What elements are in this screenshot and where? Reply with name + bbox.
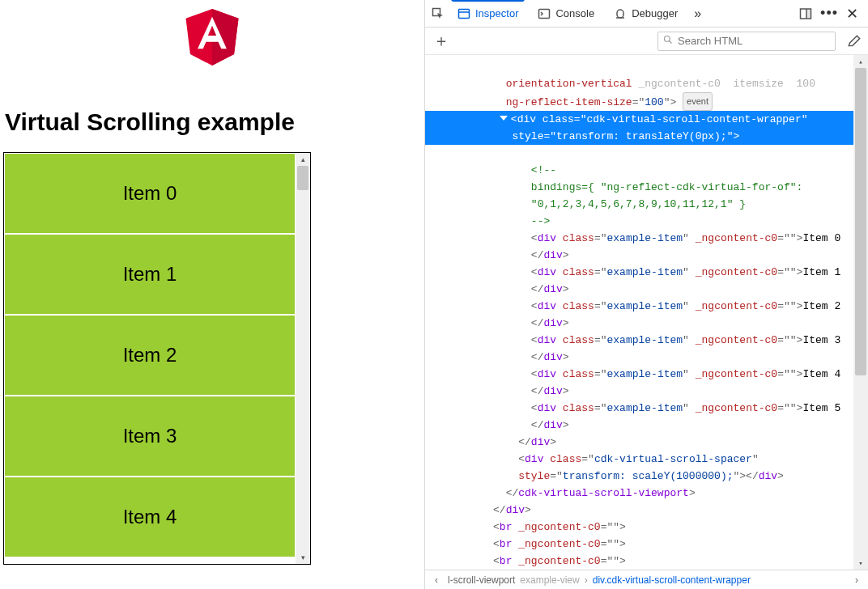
text-node: Item 3: [802, 334, 840, 346]
devtools-toolbar: Inspector Console Debugger » ••• ✕: [425, 0, 868, 28]
svg-rect-3: [459, 9, 470, 18]
tab-label: Inspector: [475, 7, 518, 19]
dom-item-row[interactable]: <div class="example-item" _ngcontent-c0=…: [430, 232, 840, 261]
list-item: Item 0: [4, 153, 296, 234]
attr-name: _ngcontent-c0: [638, 78, 720, 90]
dom-item-row[interactable]: <div class="example-item" _ngcontent-c0=…: [430, 266, 840, 295]
tab-debugger[interactable]: Debugger: [607, 0, 684, 27]
virtual-scroll-list: Item 0 Item 1 Item 2 Item 3 Item 4: [4, 153, 296, 564]
dom-spacer-row[interactable]: <div class="cdk-virtual-scroll-spacer" s…: [430, 453, 784, 482]
dom-item-row[interactable]: <div class="example-item" _ngcontent-c0=…: [430, 402, 840, 431]
search-html-field[interactable]: [657, 32, 836, 51]
app-pane: Virtual Scrolling example Item 0 Item 1 …: [0, 0, 424, 589]
scroll-down-icon[interactable]: ▾: [853, 557, 868, 570]
virtual-scroll-viewport[interactable]: Item 0 Item 1 Item 2 Item 3 Item 4 ▴ ▾: [3, 152, 311, 565]
dom-item-row[interactable]: <div class="example-item" _ngcontent-c0=…: [430, 300, 840, 329]
close-icon[interactable]: ✕: [846, 5, 858, 23]
list-item: Item 2: [4, 315, 296, 396]
tab-inspector[interactable]: Inspector: [451, 0, 525, 27]
debugger-icon: [614, 7, 627, 20]
page-title: Virtual Scrolling example: [5, 108, 421, 136]
breadcrumb[interactable]: ‹ l-scroll-viewport example-view › div.c…: [425, 570, 868, 589]
svg-rect-6: [617, 10, 623, 18]
scrollbar[interactable]: ▴ ▾: [296, 153, 310, 564]
dom-br-row[interactable]: <br _ngcontent-c0="">: [430, 555, 626, 567]
dom-line: style="transform: translateY(0px);">: [512, 130, 739, 142]
devtools-subbar: ＋: [425, 28, 868, 55]
selected-node[interactable]: <div class="cdk-virtual-scroll-content-w…: [425, 111, 853, 145]
attr-value: 100: [645, 96, 663, 108]
screenshot-root: Virtual Scrolling example Item 0 Item 1 …: [0, 0, 868, 589]
breadcrumb-selected[interactable]: div.cdk-virtual-scroll-content-wrapper: [593, 574, 751, 586]
svg-rect-5: [539, 9, 550, 18]
text-node: Item 4: [802, 368, 840, 380]
element-picker-icon[interactable]: [432, 7, 445, 20]
tab-label: Debugger: [632, 7, 678, 19]
overflow-icon[interactable]: »: [691, 6, 704, 21]
comment: bindings={ "ng-reflect-cdk-virtual-for-o…: [531, 181, 802, 193]
attr-name: ng-reflect-item-size: [506, 96, 632, 108]
devtools-body: orientation-vertical _ngcontent-c0 items…: [425, 55, 868, 570]
angular-logo-icon: [181, 2, 243, 68]
logo-row: [3, 0, 421, 68]
breadcrumb-item[interactable]: example-view: [520, 574, 579, 586]
dom-tree[interactable]: orientation-vertical _ngcontent-c0 items…: [425, 55, 853, 570]
search-input[interactable]: [676, 34, 830, 48]
svg-point-11: [665, 36, 670, 42]
list-item: Item 3: [4, 396, 296, 477]
console-icon: [538, 7, 551, 20]
scroll-thumb[interactable]: [297, 166, 308, 190]
text-node: Item 5: [802, 402, 840, 414]
attr-value: 100: [797, 78, 815, 90]
dock-icon[interactable]: [799, 7, 812, 20]
search-icon: [663, 35, 673, 47]
chevron-right-icon: ›: [585, 574, 588, 586]
tab-label: Console: [555, 7, 594, 19]
comment: "0,1,2,3,4,5,6,7,8,9,10,11,12,1" }: [531, 198, 746, 210]
inspector-icon: [457, 7, 470, 20]
dom-br-row[interactable]: <br _ngcontent-c0="">: [430, 521, 626, 533]
scroll-up-icon[interactable]: ▴: [853, 55, 868, 68]
breadcrumb-right-icon[interactable]: ›: [850, 574, 863, 586]
breadcrumb-item[interactable]: l-scroll-viewport: [448, 574, 515, 586]
list-item: Item 4: [4, 477, 296, 557]
scroll-down-icon[interactable]: ▾: [296, 551, 310, 564]
comment: -->: [531, 215, 550, 227]
scroll-thumb[interactable]: [855, 68, 866, 375]
dom-br-row[interactable]: <br _ngcontent-c0="">: [430, 538, 626, 550]
dom-item-row[interactable]: <div class="example-item" _ngcontent-c0=…: [430, 368, 840, 397]
event-badge[interactable]: event: [683, 92, 713, 111]
attr-name: itemsize: [734, 78, 784, 90]
meatball-icon[interactable]: •••: [820, 5, 838, 22]
text-node: Item 2: [802, 300, 840, 312]
breadcrumb-left-icon[interactable]: ‹: [430, 574, 443, 586]
dom-item-row[interactable]: <div class="example-item" _ngcontent-c0=…: [430, 334, 840, 363]
scroll-up-icon[interactable]: ▴: [296, 153, 310, 166]
scrollbar[interactable]: ▴ ▾: [853, 55, 868, 570]
svg-line-12: [670, 41, 672, 44]
tab-console[interactable]: Console: [531, 0, 601, 27]
svg-rect-9: [806, 9, 811, 19]
expand-twisty-icon[interactable]: [500, 116, 508, 121]
text-node: Item 0: [802, 232, 840, 244]
new-node-button[interactable]: ＋: [432, 32, 451, 51]
comment: <!--: [531, 164, 556, 176]
devtools-pane: Inspector Console Debugger » ••• ✕ ＋: [424, 0, 868, 589]
list-item: Item 1: [4, 234, 296, 315]
text-node: Item 1: [802, 266, 840, 278]
edit-icon[interactable]: [847, 34, 862, 49]
dom-line: <div class="cdk-virtual-scroll-content-w…: [511, 113, 808, 125]
attr-name: orientation-vertical: [506, 78, 632, 90]
